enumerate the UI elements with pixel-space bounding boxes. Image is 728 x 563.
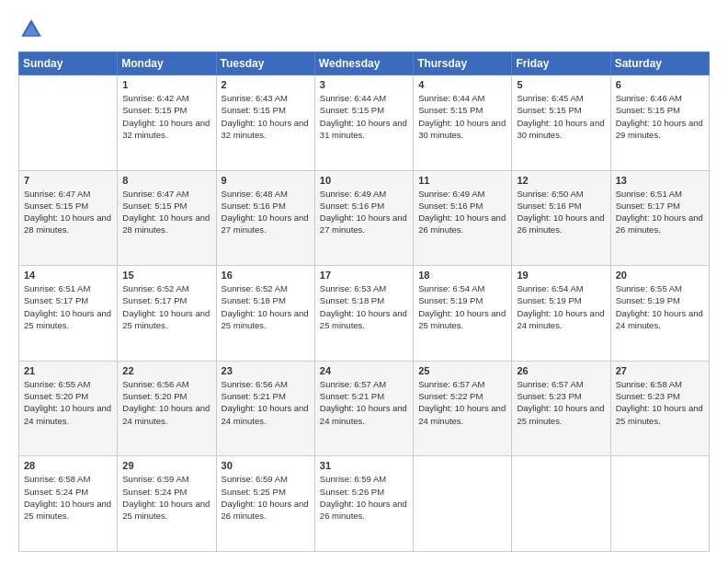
day-number: 7 [24,175,112,186]
day-info: Sunrise: 6:59 AMSunset: 5:25 PMDaylight:… [222,473,310,522]
day-info: Sunrise: 6:44 AMSunset: 5:15 PMDaylight:… [320,92,408,141]
calendar-cell: 18Sunrise: 6:54 AMSunset: 5:19 PMDayligh… [414,266,512,362]
day-info: Sunrise: 6:59 AMSunset: 5:26 PMDaylight:… [320,473,408,522]
day-number: 1 [122,79,210,90]
calendar-cell: 20Sunrise: 6:55 AMSunset: 5:19 PMDayligh… [610,266,709,362]
day-number: 10 [320,175,408,186]
calendar-cell: 30Sunrise: 6:59 AMSunset: 5:25 PMDayligh… [216,456,314,552]
day-number: 18 [418,270,506,281]
day-number: 8 [122,175,210,186]
day-number: 3 [320,79,408,90]
calendar-cell: 9Sunrise: 6:48 AMSunset: 5:16 PMDaylight… [216,170,314,266]
calendar-cell [512,456,610,552]
day-info: Sunrise: 6:47 AMSunset: 5:15 PMDaylight:… [24,188,112,236]
calendar-cell: 14Sunrise: 6:51 AMSunset: 5:17 PMDayligh… [19,266,118,362]
day-info: Sunrise: 6:54 AMSunset: 5:19 PMDaylight:… [517,282,605,331]
day-info: Sunrise: 6:49 AMSunset: 5:16 PMDaylight:… [418,188,506,236]
logo-icon [18,17,44,42]
calendar-cell [19,75,118,171]
day-info: Sunrise: 6:52 AMSunset: 5:18 PMDaylight:… [222,282,310,331]
day-number: 4 [418,79,506,90]
day-number: 12 [517,175,605,186]
calendar-cell: 15Sunrise: 6:52 AMSunset: 5:17 PMDayligh… [118,266,216,362]
calendar-cell: 12Sunrise: 6:50 AMSunset: 5:16 PMDayligh… [512,170,610,266]
day-number: 17 [320,270,408,281]
day-number: 31 [320,460,408,471]
calendar-cell: 31Sunrise: 6:59 AMSunset: 5:26 PMDayligh… [314,456,413,552]
day-info: Sunrise: 6:51 AMSunset: 5:17 PMDaylight:… [24,282,112,331]
calendar-week-row: 1Sunrise: 6:42 AMSunset: 5:15 PMDaylight… [19,75,710,171]
day-info: Sunrise: 6:42 AMSunset: 5:15 PMDaylight:… [122,92,210,141]
day-info: Sunrise: 6:54 AMSunset: 5:19 PMDaylight:… [418,282,506,331]
calendar-day-header: Sunday [19,52,118,75]
day-number: 21 [24,365,112,376]
calendar-cell: 3Sunrise: 6:44 AMSunset: 5:15 PMDaylight… [314,75,413,171]
day-info: Sunrise: 6:57 AMSunset: 5:22 PMDaylight:… [418,378,506,427]
calendar-day-header: Tuesday [216,52,314,75]
day-number: 5 [517,79,605,90]
day-info: Sunrise: 6:44 AMSunset: 5:15 PMDaylight:… [418,92,506,141]
day-info: Sunrise: 6:46 AMSunset: 5:15 PMDaylight:… [616,92,704,141]
day-info: Sunrise: 6:50 AMSunset: 5:16 PMDaylight:… [517,188,605,236]
day-number: 11 [418,175,506,186]
day-number: 19 [517,270,605,281]
day-info: Sunrise: 6:51 AMSunset: 5:17 PMDaylight:… [616,188,704,236]
calendar-cell: 4Sunrise: 6:44 AMSunset: 5:15 PMDaylight… [414,75,512,171]
day-number: 22 [122,365,210,376]
day-number: 15 [122,270,210,281]
header [18,17,710,42]
day-number: 13 [616,175,704,186]
calendar-cell: 29Sunrise: 6:59 AMSunset: 5:24 PMDayligh… [118,456,216,552]
day-info: Sunrise: 6:45 AMSunset: 5:15 PMDaylight:… [517,92,605,141]
calendar-cell: 17Sunrise: 6:53 AMSunset: 5:18 PMDayligh… [314,266,413,362]
calendar-cell: 10Sunrise: 6:49 AMSunset: 5:16 PMDayligh… [314,170,413,266]
day-number: 6 [616,79,704,90]
day-info: Sunrise: 6:58 AMSunset: 5:23 PMDaylight:… [616,378,704,427]
calendar-header-row: SundayMondayTuesdayWednesdayThursdayFrid… [19,52,710,75]
calendar-cell: 6Sunrise: 6:46 AMSunset: 5:15 PMDaylight… [610,75,709,171]
calendar-week-row: 7Sunrise: 6:47 AMSunset: 5:15 PMDaylight… [19,170,710,266]
day-info: Sunrise: 6:43 AMSunset: 5:15 PMDaylight:… [222,92,310,141]
calendar-cell: 11Sunrise: 6:49 AMSunset: 5:16 PMDayligh… [414,170,512,266]
calendar-cell: 24Sunrise: 6:57 AMSunset: 5:21 PMDayligh… [314,361,413,456]
day-number: 25 [418,365,506,376]
page: SundayMondayTuesdayWednesdayThursdayFrid… [0,0,728,563]
calendar-day-header: Thursday [414,52,512,75]
calendar-cell [414,456,512,552]
day-info: Sunrise: 6:52 AMSunset: 5:17 PMDaylight:… [122,282,210,331]
calendar-cell: 2Sunrise: 6:43 AMSunset: 5:15 PMDaylight… [216,75,314,171]
calendar-day-header: Saturday [610,52,709,75]
calendar-cell: 22Sunrise: 6:56 AMSunset: 5:20 PMDayligh… [118,361,216,456]
day-number: 26 [517,365,605,376]
day-info: Sunrise: 6:59 AMSunset: 5:24 PMDaylight:… [122,473,210,522]
day-info: Sunrise: 6:49 AMSunset: 5:16 PMDaylight:… [320,188,408,236]
day-number: 27 [616,365,704,376]
calendar-week-row: 21Sunrise: 6:55 AMSunset: 5:20 PMDayligh… [19,361,710,456]
calendar-cell: 8Sunrise: 6:47 AMSunset: 5:15 PMDaylight… [118,170,216,266]
calendar-day-header: Monday [118,52,216,75]
calendar-cell: 25Sunrise: 6:57 AMSunset: 5:22 PMDayligh… [414,361,512,456]
calendar-cell: 23Sunrise: 6:56 AMSunset: 5:21 PMDayligh… [216,361,314,456]
calendar-cell: 13Sunrise: 6:51 AMSunset: 5:17 PMDayligh… [610,170,709,266]
day-number: 20 [616,270,704,281]
calendar-cell: 26Sunrise: 6:57 AMSunset: 5:23 PMDayligh… [512,361,610,456]
day-info: Sunrise: 6:57 AMSunset: 5:23 PMDaylight:… [517,378,605,427]
day-number: 29 [122,460,210,471]
calendar-table: SundayMondayTuesdayWednesdayThursdayFrid… [18,52,710,552]
day-number: 14 [24,270,112,281]
day-info: Sunrise: 6:55 AMSunset: 5:19 PMDaylight:… [616,282,704,331]
calendar-cell: 21Sunrise: 6:55 AMSunset: 5:20 PMDayligh… [19,361,118,456]
calendar-cell: 16Sunrise: 6:52 AMSunset: 5:18 PMDayligh… [216,266,314,362]
day-number: 28 [24,460,112,471]
day-info: Sunrise: 6:48 AMSunset: 5:16 PMDaylight:… [222,188,310,236]
calendar-cell: 5Sunrise: 6:45 AMSunset: 5:15 PMDaylight… [512,75,610,171]
calendar-week-row: 14Sunrise: 6:51 AMSunset: 5:17 PMDayligh… [19,266,710,362]
calendar-cell: 1Sunrise: 6:42 AMSunset: 5:15 PMDaylight… [118,75,216,171]
day-number: 2 [222,79,310,90]
calendar-week-row: 28Sunrise: 6:58 AMSunset: 5:24 PMDayligh… [19,456,710,552]
day-number: 16 [222,270,310,281]
calendar-cell [610,456,709,552]
day-info: Sunrise: 6:57 AMSunset: 5:21 PMDaylight:… [320,378,408,427]
day-info: Sunrise: 6:55 AMSunset: 5:20 PMDaylight:… [24,378,112,427]
day-info: Sunrise: 6:58 AMSunset: 5:24 PMDaylight:… [24,473,112,522]
